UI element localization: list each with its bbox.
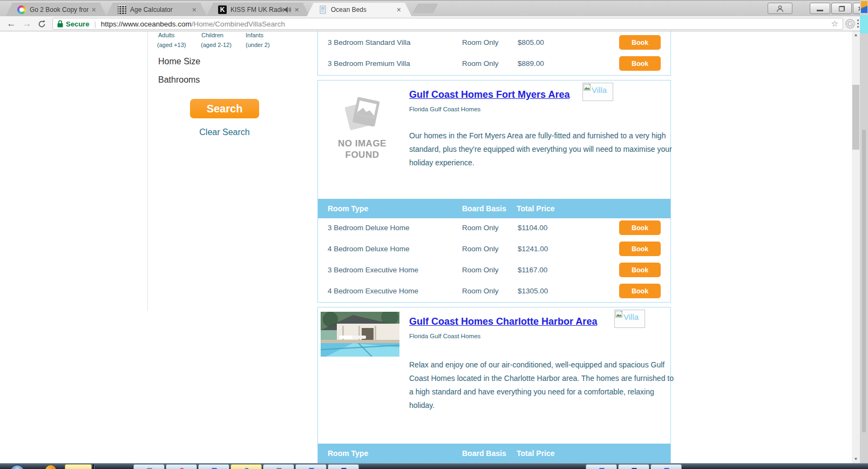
- secure-label: Secure: [66, 20, 89, 28]
- background-window-band: [860, 15, 868, 34]
- tab-close-icon[interactable]: ×: [295, 6, 299, 14]
- taskbar-button[interactable]: [586, 464, 617, 469]
- adults-sub-label: (aged +13): [157, 42, 186, 48]
- taskbar-button[interactable]: [166, 464, 197, 469]
- villa-title-link[interactable]: Gulf Coast Homes Fort Myers Area: [409, 89, 569, 100]
- tab-kiss-fm[interactable]: K KISS FM UK Radio Pla ×: [206, 3, 310, 17]
- taskbar-app-icon[interactable]: [45, 465, 56, 469]
- restore-button[interactable]: [831, 3, 852, 14]
- page-icon: [318, 5, 327, 14]
- browser-toolbar: ← → Secure | https://www.oceanbeds.com/H…: [0, 16, 860, 31]
- page-scrollbar[interactable]: ▲ ▼: [852, 31, 860, 463]
- scroll-down-arrow[interactable]: ▼: [852, 455, 860, 463]
- forward-button[interactable]: →: [20, 17, 34, 30]
- taskbar-button[interactable]: [198, 464, 229, 469]
- villa-description: Our homes in the Fort Myers Area are ful…: [409, 129, 676, 170]
- table-header: Room Type Board Basis Total Price: [318, 444, 670, 463]
- taskbar-button[interactable]: [133, 464, 165, 469]
- tab-go2book[interactable]: Go 2 Book Copy from SP ×: [5, 3, 107, 17]
- clear-search-link[interactable]: Clear Search: [190, 128, 259, 137]
- villa-card-partial: 3 Bedroom Standard Villa Room Only $805.…: [317, 31, 671, 76]
- reload-icon: [38, 20, 46, 28]
- taskbar-separator: [93, 464, 94, 469]
- kiss-fm-icon: K: [218, 5, 227, 14]
- menu-icon[interactable]: [857, 18, 859, 29]
- start-button[interactable]: [10, 465, 25, 469]
- image-alt-text: Villa: [592, 85, 607, 95]
- home-size-label: Home Size: [158, 57, 200, 66]
- book-button[interactable]: Book: [619, 242, 661, 256]
- children-sub-label: (aged 2-12): [201, 42, 232, 48]
- total-price-header: Total Price: [517, 444, 555, 463]
- color-wheel-icon: [17, 5, 26, 14]
- tab-title: Ocean Beds: [331, 6, 394, 14]
- audio-speaker-icon[interactable]: [284, 6, 291, 13]
- tab-close-icon[interactable]: ×: [397, 6, 401, 14]
- taskbar-button[interactable]: [650, 464, 682, 469]
- table-row: 3 Bedroom Deluxe Home Room Only $1104.00…: [318, 218, 670, 239]
- url-host: https://www.oceanbeds.com: [101, 20, 192, 28]
- tab-ocean-beds[interactable]: Ocean Beds ×: [307, 3, 412, 17]
- background-window-edge: [860, 0, 868, 469]
- book-button[interactable]: Book: [619, 284, 661, 298]
- photo-placeholder-icon: [338, 96, 386, 135]
- villa-subtitle: Florida Gulf Coast Homes: [409, 106, 480, 112]
- tab-age-calculator[interactable]: Age Calculator ×: [106, 3, 207, 17]
- villa-photo: [321, 312, 399, 357]
- book-button[interactable]: Book: [619, 35, 661, 50]
- room-type-header: Room Type: [328, 199, 368, 218]
- calculator-icon: [118, 5, 126, 14]
- board-basis-cell: Room Only: [462, 245, 499, 253]
- taskbar: [0, 463, 868, 469]
- profile-button[interactable]: [768, 3, 792, 14]
- board-basis-cell: Room Only: [462, 224, 499, 232]
- villa-subtitle: Florida Gulf Coast Homes: [409, 333, 480, 339]
- taskbar-button[interactable]: [328, 464, 359, 469]
- taskbar-button-active[interactable]: [230, 464, 262, 469]
- villa-title-link[interactable]: Gulf Coast Homes Charlotte Harbor Area: [409, 316, 597, 327]
- board-basis-header: Board Basis: [462, 199, 506, 218]
- address-bar[interactable]: Secure | https://www.oceanbeds.com/Home/…: [52, 18, 843, 30]
- book-button[interactable]: Book: [619, 263, 661, 277]
- new-tab-button[interactable]: [413, 4, 437, 13]
- back-button[interactable]: ←: [4, 17, 18, 30]
- table-row: 3 Bedroom Premium Villa Room Only $889.0…: [318, 54, 670, 75]
- taskbar-button[interactable]: [618, 464, 649, 469]
- table-row: 4 Bedroom Executive Home Room Only $1305…: [318, 282, 670, 303]
- total-price-cell: $1305.00: [518, 287, 548, 295]
- total-price-cell: $889.00: [518, 59, 544, 68]
- bookmark-star-icon[interactable]: ☆: [831, 19, 838, 29]
- total-price-cell: $805.00: [518, 38, 544, 46]
- scrollbar-thumb[interactable]: [852, 85, 859, 150]
- tab-strip: Go 2 Book Copy from SP × Age Calculator …: [0, 0, 868, 16]
- tab-title: Age Calculator: [130, 6, 189, 14]
- taskbar-button-folder[interactable]: [65, 464, 92, 469]
- minimize-button[interactable]: [810, 3, 830, 14]
- taskbar-button[interactable]: [295, 464, 327, 469]
- minimize-icon: [817, 10, 823, 11]
- tab-close-icon[interactable]: ×: [192, 6, 196, 14]
- book-button[interactable]: Book: [619, 56, 661, 71]
- book-button[interactable]: Book: [619, 220, 661, 235]
- taskbar-button[interactable]: [263, 464, 294, 469]
- broken-image-placeholder: Villa: [582, 83, 613, 101]
- room-type-header: Room Type: [328, 444, 368, 463]
- reload-button[interactable]: [35, 17, 49, 30]
- tab-title: Go 2 Book Copy from SP: [30, 6, 89, 14]
- no-image-text-line2: FOUND: [324, 149, 400, 160]
- table-header: Room Type Board Basis Total Price: [318, 199, 670, 218]
- board-basis-cell: Room Only: [462, 266, 499, 274]
- scroll-up-arrow[interactable]: ▲: [852, 31, 860, 39]
- browser-window: Go 2 Book Copy from SP × Age Calculator …: [0, 0, 868, 469]
- page-content: Adults (aged +13) Children (aged 2-12) I…: [0, 31, 852, 463]
- tab-close-icon[interactable]: ×: [92, 6, 96, 14]
- background-window-icon: [861, 1, 867, 13]
- search-button[interactable]: Search: [190, 99, 259, 118]
- url-text: https://www.oceanbeds.com/Home/CombinedV…: [101, 20, 285, 28]
- extension-icon[interactable]: G: [845, 19, 855, 29]
- url-path: /Home/CombinedVillaSearch: [192, 20, 285, 28]
- broken-image-icon: [584, 84, 591, 91]
- villa-card-fort-myers: NO IMAGE FOUND Gulf Coast Homes Fort Mye…: [317, 80, 671, 303]
- children-label: Children: [201, 32, 223, 38]
- villa-card-charlotte-harbor: Gulf Coast Homes Charlotte Harbor Area V…: [317, 307, 671, 463]
